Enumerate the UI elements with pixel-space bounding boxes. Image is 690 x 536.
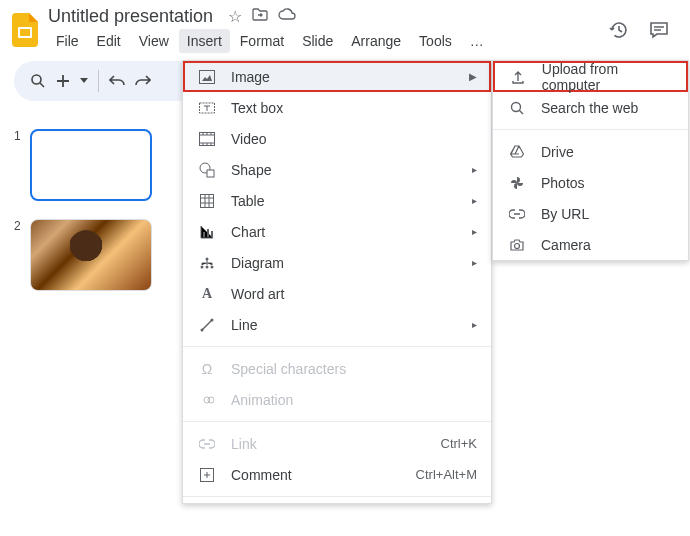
slide-thumbnail-2[interactable] [30,219,152,291]
header-right-icons [608,19,680,41]
history-icon[interactable] [608,19,630,41]
animation-icon [197,393,217,407]
menu-label: Line [231,317,257,333]
thumb-row-1: 1 [14,129,169,201]
menu-label: Link [231,436,257,452]
doc-title[interactable]: Untitled presentation [48,6,213,26]
toolbar-divider [98,70,99,92]
submenu-arrow-icon: ▸ [472,257,477,268]
menu-insert[interactable]: Insert [179,29,230,53]
search-icon[interactable] [30,73,46,89]
thumb-number: 1 [14,129,24,201]
submenu-label: Search the web [541,100,638,116]
menu-separator [183,496,491,497]
header-row: Untitled presentation ☆ File Edit View I… [0,0,690,53]
svg-rect-3 [200,70,215,83]
thumb-row-2: 2 [14,219,169,291]
submenu-label: Upload from computer [542,61,672,93]
menu-label: Diagram [231,255,284,271]
submenu-item-drive[interactable]: Drive [493,136,688,167]
slide-thumbnails: 1 2 [14,109,169,309]
menu-item-chart[interactable]: Chart ▸ [183,216,491,247]
submenu-label: Drive [541,144,574,160]
comments-icon[interactable] [648,19,670,41]
submenu-arrow-icon: ▸ [472,164,477,175]
comment-icon [197,468,217,482]
menu-view[interactable]: View [131,29,177,53]
svg-point-17 [211,318,214,321]
photos-icon [507,176,527,190]
menu-item-comment[interactable]: Comment Ctrl+Alt+M [183,459,491,490]
move-icon[interactable] [252,7,268,26]
svg-point-22 [515,243,520,248]
svg-rect-8 [201,194,214,207]
camera-icon [507,239,527,251]
slides-logo-icon [10,10,40,50]
svg-point-13 [201,265,204,268]
menu-more[interactable]: … [462,29,492,53]
menu-item-special: Ω Special characters [183,353,491,384]
menu-label: Animation [231,392,293,408]
menu-item-animation: Animation [183,384,491,415]
svg-point-14 [206,265,209,268]
menu-item-diagram[interactable]: Diagram ▸ [183,247,491,278]
wordart-icon: A [197,286,217,302]
svg-point-16 [201,328,204,331]
submenu-arrow-icon: ▸ [472,195,477,206]
submenu-item-search[interactable]: Search the web [493,92,688,123]
menu-separator [183,421,491,422]
menu-item-image[interactable]: Image ▶ [183,61,491,92]
menu-separator [183,346,491,347]
dropdown-arrow-icon[interactable] [80,78,88,84]
submenu-item-upload[interactable]: Upload from computer [493,61,688,92]
submenu-arrow-icon: ▸ [472,319,477,330]
submenu-label: By URL [541,206,589,222]
svg-rect-11 [211,231,213,237]
menu-format[interactable]: Format [232,29,292,53]
submenu-label: Photos [541,175,585,191]
submenu-item-camera[interactable]: Camera [493,229,688,260]
redo-icon[interactable] [135,74,151,88]
link-icon [197,439,217,449]
svg-rect-7 [207,170,214,177]
new-slide-icon[interactable] [56,74,70,88]
menu-label: Chart [231,224,265,240]
menu-edit[interactable]: Edit [89,29,129,53]
menu-item-shape[interactable]: Shape ▸ [183,154,491,185]
shape-icon [197,162,217,178]
diagram-icon [197,256,217,270]
cloud-icon[interactable] [278,7,296,26]
submenu-arrow-icon: ▸ [472,226,477,237]
menu-item-link: Link Ctrl+K [183,428,491,459]
submenu-item-photos[interactable]: Photos [493,167,688,198]
menu-item-table[interactable]: Table ▸ [183,185,491,216]
svg-point-2 [32,75,41,84]
menu-label: Text box [231,100,283,116]
menu-label: Shape [231,162,271,178]
star-icon[interactable]: ☆ [228,7,242,26]
url-icon [507,209,527,219]
menu-label: Word art [231,286,284,302]
menu-item-line[interactable]: Line ▸ [183,309,491,340]
slide-thumbnail-1[interactable] [30,129,152,201]
table-icon [197,194,217,208]
menu-file[interactable]: File [48,29,87,53]
submenu-item-byurl[interactable]: By URL [493,198,688,229]
menu-tools[interactable]: Tools [411,29,460,53]
menu-slide[interactable]: Slide [294,29,341,53]
svg-rect-9 [203,232,205,237]
svg-point-19 [208,397,214,403]
submenu-arrow-icon: ▶ [469,71,477,82]
menubar: File Edit View Insert Format Slide Arran… [48,29,492,53]
undo-icon[interactable] [109,74,125,88]
svg-point-21 [512,102,521,111]
image-icon [197,70,217,84]
menu-arrange[interactable]: Arrange [343,29,409,53]
menu-item-video[interactable]: Video [183,123,491,154]
menu-item-textbox[interactable]: Text box [183,92,491,123]
submenu-label: Camera [541,237,591,253]
upload-icon [509,70,528,84]
insert-dropdown: Image ▶ Text box Video Shape ▸ Table ▸ C… [182,60,492,504]
thumb-number: 2 [14,219,24,291]
menu-item-wordart[interactable]: A Word art [183,278,491,309]
